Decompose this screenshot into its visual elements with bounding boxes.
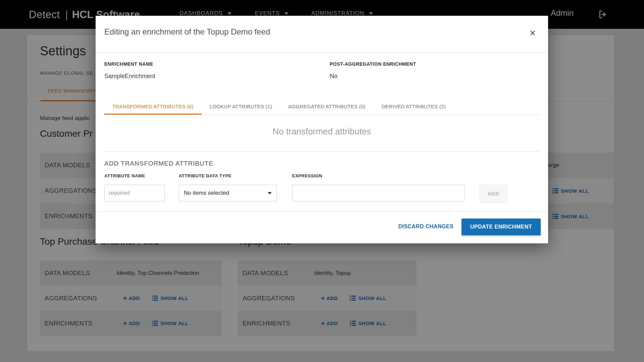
add-attribute-button[interactable]: ADD xyxy=(480,185,507,202)
attribute-name-input[interactable] xyxy=(104,185,165,201)
chevron-down-icon xyxy=(268,192,272,194)
modal-tabs: TRANSFORMED ATTRIBUTES (0) LOOKUP ATTRIB… xyxy=(104,104,539,115)
post-aggregation-label: POST-AGGREGATION ENRICHMENT xyxy=(330,61,416,67)
empty-state-message: No transformed attributes xyxy=(96,126,548,137)
tab-lookup-attributes[interactable]: LOOKUP ATTRIBUTES (1) xyxy=(202,104,280,115)
attribute-name-label: ATTRIBUTE NAME xyxy=(104,173,145,178)
enrichment-name-label: ENRICHMENT NAME xyxy=(104,61,153,67)
attribute-data-type-select[interactable]: No items selected xyxy=(179,185,277,201)
tab-transformed-attributes[interactable]: TRANSFORMED ATTRIBUTES (0) xyxy=(104,104,202,115)
expression-input[interactable] xyxy=(292,185,465,201)
discard-changes-button[interactable]: DISCARD CHANGES xyxy=(398,224,453,230)
add-section-title: ADD TRANSFORMED ATTRIBUTE xyxy=(104,160,213,167)
modal-header: Editing an enrichment of the Topup Demo … xyxy=(96,16,548,53)
enrichment-name-value: SampleEnrichment xyxy=(104,73,155,80)
modal-title: Editing an enrichment of the Topup Demo … xyxy=(104,27,270,37)
close-icon[interactable]: ✕ xyxy=(527,28,538,39)
update-enrichment-button[interactable]: UPDATE ENRICHMENT xyxy=(462,219,541,235)
expression-label: EXPRESSION xyxy=(292,173,322,178)
section-divider xyxy=(104,151,539,152)
edit-enrichment-modal: Editing an enrichment of the Topup Demo … xyxy=(96,16,548,243)
tab-aggregated-attributes[interactable]: AGGREGATED ATTRIBUTES (0) xyxy=(280,104,373,115)
footer-divider xyxy=(96,212,548,212)
post-aggregation-value: No xyxy=(330,73,337,80)
select-value: No items selected xyxy=(184,190,229,196)
attribute-data-type-label: ATTRIBUTE DATA TYPE xyxy=(179,173,231,178)
tab-derived-attributes[interactable]: DERIVED ATTRIBUTES (2) xyxy=(374,104,454,115)
